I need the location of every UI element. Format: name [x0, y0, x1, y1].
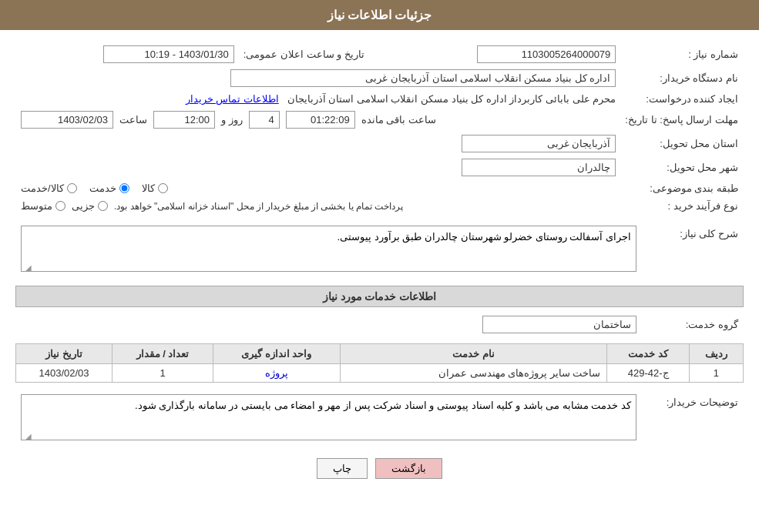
info-section: شماره نیاز : 1103005264000079 تاریخ و سا… — [15, 42, 744, 216]
radio-kala-khedmat[interactable] — [67, 183, 77, 193]
rooz-box: 4 — [249, 111, 280, 129]
toseeh-value-cell: ◢ — [17, 392, 640, 445]
tarikh-saet-value: 1403/01/30 - 10:19 — [17, 43, 238, 65]
shahr-tahvil-label: شهر محل تحویل: — [621, 156, 742, 179]
gorooh-khedmat-label: گروه خدمت: — [642, 313, 742, 336]
shahr-tahvil-value: چالدران — [17, 156, 620, 179]
gorooh-section: گروه خدمت: ساختمان — [15, 312, 744, 337]
resize-handle2: ◢ — [22, 432, 32, 441]
ijad-konande-value: محرم علی بابائی کاربرداز اداره کل بنیاد … — [17, 91, 620, 107]
main-content: شماره نیاز : 1103005264000079 تاریخ و سا… — [0, 30, 759, 502]
mohlat-ersal-label: مهلت ارسال پاسخ: تا تاریخ: — [621, 109, 742, 131]
ostan-tahvil-box: آذربایجان غربی — [462, 135, 616, 152]
radio-motovaset-label: متوسط — [21, 200, 52, 212]
cell-kod: ج-42-429 — [607, 364, 689, 383]
radio-kala[interactable] — [158, 183, 168, 193]
cell-nam: ساخت سایر پروژه‌های مهندسی عمران — [340, 364, 607, 383]
nam-dastgah-value: اداره کل بنیاد مسکن انقلاب اسلامی استان … — [17, 67, 620, 89]
toseeh-wrapper: ◢ — [21, 394, 636, 443]
radio-kala-item: کالا — [142, 182, 168, 194]
shahr-tahvil-box: چالدران — [462, 159, 616, 176]
toseeh-section: توضیحات خریدار: ◢ — [15, 390, 744, 447]
radio-khedmat-item: خدمت — [89, 182, 129, 194]
tabaqeh-value: کالا/خدمت خدمت کالا — [17, 180, 620, 196]
page-header: جزئیات اطلاعات نیاز — [0, 0, 759, 30]
col-nam: نام خدمت — [340, 344, 607, 364]
sharh-koli-label: شرح کلی نیاز: — [642, 223, 742, 276]
shomare-niaz-value: 1103005264000079 — [387, 43, 620, 65]
ostan-tahvil-label: استان محل تحویل: — [621, 132, 742, 155]
radio-kala-khedmat-label: کالا/خدمت — [21, 182, 64, 194]
ijad-konande-link[interactable]: اطلاعات تماس خریدار — [186, 93, 279, 105]
nooe-farayand-value: متوسط جزیی پرداخت تمام یا بخشی از مبلغ خ… — [17, 198, 620, 214]
spacer1 — [15, 216, 744, 222]
sharh-koli-section: شرح کلی نیاز: ◢ — [15, 222, 744, 278]
ijad-konande-label: ایجاد کننده درخواست: — [621, 91, 742, 107]
table-row: 1 ج-42-429 ساخت سایر پروژه‌های مهندسی عم… — [16, 364, 744, 383]
sharh-koli-value-cell: ◢ — [17, 223, 640, 276]
col-kod: کد خدمت — [607, 344, 689, 364]
rooz-label: روز و — [221, 114, 243, 125]
radio-kala-label: کالا — [142, 182, 155, 194]
print-button[interactable]: چاپ — [317, 458, 368, 479]
saat-label: ساعت — [119, 114, 147, 125]
services-section-header: اطلاعات خدمات مورد نیاز — [15, 286, 744, 307]
cell-tedad: 1 — [113, 364, 213, 383]
col-vahed: واحد اندازه گیری — [213, 344, 340, 364]
baqi-label: ساعت باقی مانده — [361, 114, 436, 125]
ostan-tahvil-value: آذربایجان غربی — [17, 132, 620, 155]
mohlat-ersal-row: 1403/02/03 ساعت 12:00 روز و 4 01:22:09 س… — [17, 109, 620, 131]
page-title: جزئیات اطلاعات نیاز — [327, 8, 432, 22]
toseeh-label: توضیحات خریدار: — [642, 392, 742, 445]
cell-tarikh: 1403/02/03 — [16, 364, 113, 383]
sharh-koli-wrapper: ◢ — [21, 226, 636, 274]
baqi-box: 01:22:09 — [286, 111, 355, 129]
toseeh-input[interactable] — [21, 394, 636, 440]
tarikh-box: 1403/02/03 — [21, 111, 113, 129]
col-tedad: تعداد / مقدار — [113, 344, 213, 364]
back-button[interactable]: بازگشت — [375, 458, 442, 479]
tarikh-saet-label: تاریخ و ساعت اعلان عمومی: — [240, 43, 368, 65]
nam-dastgah-box: اداره کل بنیاد مسکن انقلاب اسلامی استان … — [230, 69, 616, 87]
radio-jozi-item: جزیی — [72, 200, 108, 212]
button-row: چاپ بازگشت — [15, 458, 744, 479]
gorooh-khedmat-box: ساختمان — [482, 316, 636, 333]
services-table: ردیف کد خدمت نام خدمت واحد اندازه گیری ت… — [15, 343, 744, 383]
farayand-text: پرداخت تمام یا بخشی از مبلغ خریدار از مح… — [114, 201, 403, 212]
shomare-niaz-box: 1103005264000079 — [477, 45, 616, 63]
shomare-niaz-label: شماره نیاز : — [621, 43, 742, 65]
radio-kala-khedmat-item: کالا/خدمت — [21, 182, 77, 194]
cell-vahed: پروژه — [213, 364, 340, 383]
radio-motovaset[interactable] — [55, 201, 65, 211]
tabaqeh-label: طبقه بندی موضوعی: — [621, 180, 742, 196]
radio-khedmat-label: خدمت — [89, 182, 116, 194]
radio-jozi[interactable] — [98, 201, 108, 211]
sharh-koli-input[interactable] — [21, 226, 636, 272]
radio-jozi-label: جزیی — [72, 200, 95, 212]
saat-box: 12:00 — [153, 111, 215, 129]
tarikh-saet-box: 1403/01/30 - 10:19 — [103, 45, 234, 63]
col-radif: ردیف — [689, 344, 743, 364]
radio-khedmat[interactable] — [119, 183, 129, 193]
nam-dastgah-label: نام دستگاه خریدار: — [621, 67, 742, 89]
nooe-farayand-label: نوع فرآیند خرید : — [621, 198, 742, 214]
cell-radif: 1 — [689, 364, 743, 383]
gorooh-khedmat-value: ساختمان — [17, 313, 640, 336]
resize-handle: ◢ — [22, 263, 32, 273]
ijad-konande-text: محرم علی بابائی کاربرداز اداره کل بنیاد … — [287, 93, 616, 105]
col-tarikh: تاریخ نیاز — [16, 344, 113, 364]
radio-motovaset-item: متوسط — [21, 200, 65, 212]
page-wrapper: جزئیات اطلاعات نیاز شماره نیاز : 1103005… — [0, 0, 759, 532]
